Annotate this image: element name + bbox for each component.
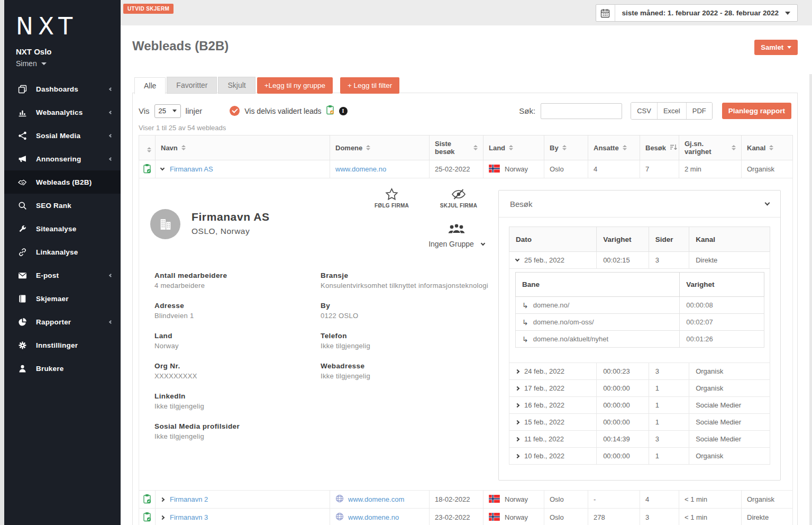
company-link[interactable]: Firmanavn 2 [170,495,208,503]
link-icon [18,248,27,257]
subpath-icon: ↳ [522,301,528,310]
follow-company-button[interactable]: FØLG FIRMA [367,188,417,209]
expand-visit-icon[interactable] [515,420,519,424]
visit-row: 25 feb., 2022 00:02:15 3 Direkte [509,252,770,269]
domain-link[interactable]: www.domene.no [335,165,386,173]
export-csv-button[interactable]: CSV [631,103,657,119]
visit-row: 16 feb., 2022 00:00:001Sociale Medier [509,397,770,414]
sidebar-item-seo-rank[interactable]: SEO Rank [4,194,121,217]
sidebar-item-sosial-media[interactable]: Sosial Media [4,124,121,147]
sort-desc-icon [670,144,677,152]
sidebar-item-label: E-post [36,271,110,279]
sidebar-item-label: Sosial Media [36,132,110,140]
company-fields-left: Antall medarbeidere4 medarbeidere Adress… [154,271,313,452]
field-value: Ikke tilgjengelig [154,432,313,440]
visits-table-wrap[interactable]: Dato Varighet Sider Kanal [509,227,770,465]
vis-label: Vis [139,106,150,115]
domain-link[interactable]: www.domene.com [348,495,404,503]
column-header-by[interactable]: By [544,135,588,160]
company-link[interactable]: Firmanavn 3 [170,513,208,521]
chevron-down-icon [172,110,177,112]
country-cell: Norway [505,495,528,503]
visits-cell: 4 [640,491,679,509]
samlet-button[interactable]: Samlet [754,40,798,55]
expand-screen-button[interactable]: UTVID SKJERM [123,4,174,14]
sidebar-item-skjemaer[interactable]: Skjemaer [4,287,121,310]
field-value: Ikke tilgjengelig [154,402,313,410]
domain-link[interactable]: www.domene.no [348,513,399,521]
sidebar-item-label: Annonsering [36,155,110,163]
info-icon[interactable]: I [339,107,348,115]
column-header-ansatte[interactable]: Ansatte [588,135,640,160]
avg-duration-cell: < 1 min [679,509,742,525]
field-label: Org Nr. [154,362,313,370]
chevron-down-icon [41,62,47,65]
field-value: Konsulentvirksomhet tilknyttet informasj… [321,282,498,289]
sidebar-item-innstillinger[interactable]: Innstillinger [4,333,121,357]
page-size-select[interactable]: 25 [154,104,181,118]
expand-visit-icon[interactable] [515,454,519,458]
plan-report-button[interactable]: Planlegg rapport [722,103,791,119]
date-range-picker[interactable]: siste måned: 1. februar 2022 - 28. febru… [596,4,798,22]
column-header-siste-besok[interactable]: Siste besøk [430,135,483,160]
sidebar-item-epost[interactable]: E-post [4,264,121,287]
column-header-land[interactable]: Land [483,135,544,160]
expand-row-icon[interactable] [160,497,165,501]
collapse-card-icon[interactable] [765,201,770,206]
lead-validated-icon [139,491,156,509]
sidebar-item-brukere[interactable]: Brukere [4,357,121,380]
handshake-icon [18,178,27,187]
column-header-validated[interactable] [139,135,156,160]
search-input[interactable] [541,103,622,119]
user-menu[interactable]: Simen [16,59,121,68]
sidebar-item-webanalytics[interactable]: Webanalytics [4,101,121,124]
leads-table: Navn Domene Siste besøk Land By Ansatte … [139,135,793,525]
field-label: Sosial Media profilsider [154,422,313,430]
star-icon [385,194,398,202]
norway-flag-icon [489,513,500,522]
clipboard-validated-icon [326,105,334,117]
expand-visit-icon[interactable] [515,369,519,373]
scrollbar-track[interactable] [809,74,812,525]
visit-row: 15 feb., 2022 00:00:001Sociale Medier [509,414,770,431]
column-header-kanal[interactable]: Kanal [742,135,793,160]
group-selector[interactable]: Ingen Gruppe [422,222,491,248]
expand-visit-icon[interactable] [515,437,519,441]
search-label: Søk: [519,106,535,115]
sidebar-item-dashboards[interactable]: Dashboards [4,77,121,101]
company-link[interactable]: Firmanavn AS [170,165,213,173]
add-group-button[interactable]: +Legg til ny gruppe [257,77,333,94]
visit-row: 24 feb., 2022 00:00:233Organisk [509,363,770,380]
column-header-besok[interactable]: Besøk [640,135,679,160]
sidebar-item-linkanalyse[interactable]: Linkanalyse [4,240,121,264]
expand-row-icon[interactable] [160,515,165,519]
sidebar-item-siteanalyse[interactable]: Siteanalyse [4,217,121,240]
subpath-icon: ↳ [522,335,528,343]
tab-skjult[interactable]: Skjult [218,77,255,94]
sidebar-item-webleads[interactable]: Webleads (B2B) [4,170,121,194]
follow-label: FØLG FIRMA [367,203,417,209]
validated-checkbox[interactable] [230,106,240,116]
sidebar-item-label: SEO Rank [36,202,112,210]
lead-validated-icon [139,160,156,178]
leads-panel: Vis 25 linjer Vis delvis validert leads … [132,93,798,525]
employees-cell: 278 [588,509,640,525]
org-name: NXT Oslo [16,47,121,56]
visits-cell: 7 [640,160,679,178]
export-excel-button[interactable]: Excel [657,103,686,119]
add-filter-button[interactable]: + Legg til filter [340,77,399,94]
collapse-row-icon[interactable] [160,166,165,170]
tab-favoritter[interactable]: Favoritter [167,77,217,94]
tab-alle[interactable]: Alle [134,77,166,94]
column-header-navn[interactable]: Navn [156,135,330,160]
column-header-gj-varighet[interactable]: Gj.sn. varighet [679,135,742,160]
expand-visit-icon[interactable] [515,403,519,407]
hide-company-button[interactable]: SKJUL FIRMA [430,188,487,209]
sidebar-item-rapporter[interactable]: Rapporter [4,310,121,333]
column-header-domene[interactable]: Domene [330,135,430,160]
sidebar-item-annonsering[interactable]: Annonsering [4,147,121,170]
export-pdf-button[interactable]: PDF [686,103,712,119]
collapse-visit-icon[interactable] [515,257,519,261]
linjer-label: linjer [186,106,203,115]
expand-visit-icon[interactable] [515,386,519,390]
